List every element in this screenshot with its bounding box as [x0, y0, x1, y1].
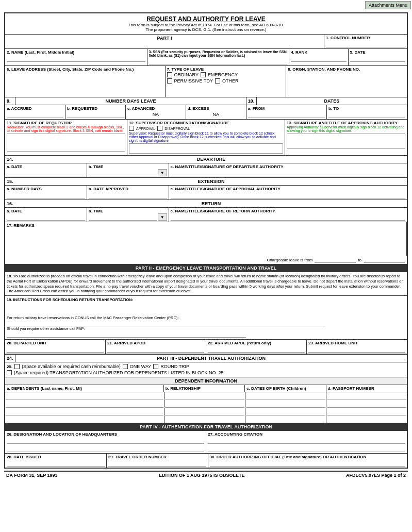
departed-unit-input[interactable]	[7, 345, 104, 353]
field15b-dateapproved: b. DATE APPROVED	[87, 186, 169, 200]
space-avail-label: (Space available or required cash reimbu…	[22, 364, 121, 369]
return-time-dropdown[interactable]: ▼	[158, 213, 167, 221]
ordinary-checkbox[interactable]	[167, 72, 172, 77]
requested-input[interactable]	[67, 111, 124, 118]
date-issued-input[interactable]	[7, 459, 105, 467]
field10-header: DATES	[257, 97, 407, 105]
travel-order-input[interactable]	[108, 459, 206, 467]
dep1-name-input[interactable]	[6, 393, 163, 400]
field9d: d. EXCESS NA	[186, 105, 246, 119]
hq-input[interactable]	[7, 437, 204, 444]
chargeable-to-input[interactable]	[364, 257, 405, 263]
round-trip-checkbox[interactable]	[153, 364, 158, 369]
arrived-apod-input[interactable]	[107, 345, 204, 353]
return-authority-input[interactable]	[171, 213, 405, 221]
dep-col-b-header: b. RELATIONSHIP	[164, 385, 245, 392]
dep4-passport-input[interactable]	[327, 416, 406, 423]
return-time-input[interactable]	[89, 213, 157, 221]
remarks-input[interactable]	[7, 228, 405, 254]
accrued-input[interactable]	[7, 111, 63, 118]
footer-edition-label: EDITION OF 1 AUG 1975 IS OBSOLETE	[159, 473, 245, 478]
dep2-dob-input[interactable]	[246, 401, 325, 408]
accounting-input2[interactable]	[208, 445, 405, 452]
dep1-rel-input[interactable]	[166, 393, 244, 400]
dep3-name-input[interactable]	[6, 408, 163, 415]
address-input[interactable]	[7, 72, 163, 95]
ext-dateapproved-input[interactable]	[89, 191, 167, 198]
field19-pap-input[interactable]	[7, 331, 246, 338]
form-title: REQUEST AND AUTHORITY FOR LEAVE	[6, 15, 406, 23]
sig11-area[interactable]	[7, 134, 125, 152]
permissive-label: PERMISSIVE TDY	[174, 78, 213, 84]
field25-section: 25. (Space available or required cash re…	[5, 362, 407, 377]
dep1-dob-input[interactable]	[246, 393, 325, 400]
accounting-input[interactable]	[208, 437, 405, 444]
chargeable-from-input[interactable]	[315, 257, 356, 263]
space-avail-checkbox[interactable]	[14, 364, 20, 369]
attachments-menu-button[interactable]: Attachments Menu	[365, 1, 411, 9]
field29-travel-order: 29. TRAVEL ORDER NUMBER	[107, 454, 208, 468]
approval-checkbox[interactable]	[129, 126, 134, 131]
departure-date-input[interactable]	[7, 169, 85, 176]
name-input[interactable]	[7, 55, 145, 62]
dep4-rel-input[interactable]	[166, 416, 244, 423]
emergency-label: EMERGENCY	[208, 72, 238, 77]
permissive-checkbox[interactable]	[167, 78, 172, 84]
dep1-passport-input[interactable]	[327, 393, 406, 400]
other-checkbox[interactable]	[215, 78, 220, 84]
dep4-dob-input[interactable]	[246, 416, 325, 423]
control-number-input[interactable]	[326, 40, 405, 47]
dep2-passport-input[interactable]	[327, 401, 406, 408]
one-way-checkbox[interactable]	[123, 364, 128, 369]
hq-input2[interactable]	[7, 445, 204, 452]
dep2-name-input[interactable]	[6, 401, 163, 408]
other-label: OTHER	[222, 78, 239, 84]
arrived-home-input[interactable]	[308, 345, 405, 353]
disapproval-checkbox[interactable]	[157, 126, 162, 131]
field7-leave-type: 7. TYPE OF LEAVE ORDINARY EMERGENCY PERM…	[166, 66, 287, 97]
dep4-name-input[interactable]	[6, 416, 163, 423]
auth-official-input[interactable]	[210, 459, 406, 467]
field16b-time: b. TIME ▼	[87, 208, 169, 222]
field15-section: 15. EXTENSION a. NUMBER DAYS b. DATE APP…	[5, 178, 407, 200]
dep3-dob-input[interactable]	[246, 408, 325, 415]
time-dropdown-arrow[interactable]: ▼	[158, 169, 167, 176]
dep-col-d-header: d. PASSPORT NUMBER	[326, 385, 407, 392]
approval-label: APPROVAL	[136, 127, 155, 130]
departure-authority-input[interactable]	[171, 169, 405, 176]
ext-numdays-input[interactable]	[7, 191, 85, 198]
ordinary-label: ORDINARY	[174, 72, 199, 77]
field24-num: 24.	[5, 355, 15, 362]
field3-ssn: 3. SSN (For security purposes, Requestor…	[147, 49, 290, 65]
part3-row: 24. PART III - DEPENDENT TRAVEL AUTHORIZ…	[5, 354, 407, 362]
part2-header: PART II - EMERGENCY LEAVE TRANSPORTATION…	[5, 264, 407, 272]
rank-input[interactable]	[291, 55, 346, 62]
dep-col-headers: a. DEPENDENTS (Last name, First, Mi) b. …	[5, 385, 407, 392]
orgn-input[interactable]	[288, 72, 405, 95]
departure-time-input[interactable]	[89, 169, 157, 176]
dep2-rel-input[interactable]	[166, 401, 244, 408]
ssn-input[interactable]	[149, 57, 288, 64]
from-input[interactable]	[248, 111, 325, 118]
to-input[interactable]	[328, 111, 405, 118]
field19-instructions-input[interactable]	[7, 303, 405, 314]
dep3-rel-input[interactable]	[166, 408, 244, 415]
one-way-label: ONE WAY	[130, 364, 152, 369]
field26-hq: 26. DESIGNATION AND LOCATION OF HEADQUAR…	[5, 431, 206, 453]
date-input[interactable]	[350, 55, 405, 62]
form-subtitle1: This form is subject to the Privacy Act …	[6, 23, 406, 27]
ext-authority-input[interactable]	[171, 191, 405, 198]
field9-header: NUMBER DAYS LEAVE	[15, 97, 246, 105]
emergency-checkbox[interactable]	[201, 72, 206, 77]
space-req-checkbox[interactable]	[7, 370, 12, 375]
sig13-area[interactable]	[287, 134, 405, 149]
field19-conus-input[interactable]	[7, 320, 325, 326]
field30-authorizing-official: 30. ORDER AUTHORIZING OFFICIAL (Title an…	[208, 454, 407, 468]
chargeable-row: Chargeable leave is from to	[5, 256, 407, 264]
dep3-passport-input[interactable]	[327, 408, 406, 415]
arrived-apoe-input[interactable]	[208, 345, 305, 353]
footer-form-label: DA FORM 31, SEP 1993	[6, 473, 58, 478]
field16-section: 16. RETURN a. DATE b. TIME ▼ c. NAME/TIT…	[5, 200, 407, 222]
return-date-input[interactable]	[7, 213, 85, 221]
sig12-area[interactable]	[129, 143, 283, 154]
